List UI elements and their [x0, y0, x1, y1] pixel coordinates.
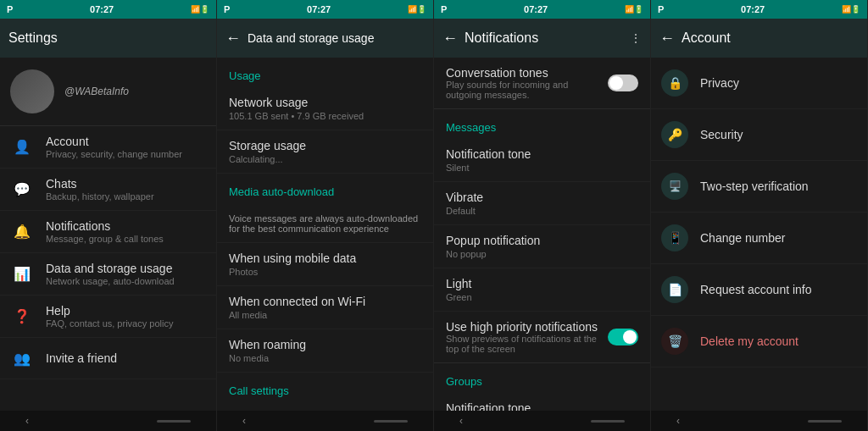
mobile-data-sub: Photos	[229, 267, 421, 277]
back-btn-3[interactable]: ‹	[459, 415, 463, 427]
request-info-icon: 📄	[661, 276, 688, 303]
account-subtitle: Privacy, security, change number	[46, 149, 206, 159]
wifi-sub: All media	[229, 310, 421, 320]
conv-tones-sub: Play sounds for incoming and outgoing me…	[446, 80, 601, 100]
data-storage-panel: P 07:27 📶🔋 ← Data and storage usage Usag…	[217, 0, 434, 431]
two-step-item[interactable]: 🖥️ Two-step verification	[651, 161, 867, 213]
status-bar-1: P 07:27 📶🔋	[0, 0, 216, 19]
nav-bar-4: ‹	[651, 411, 867, 431]
wifi-item[interactable]: When connected on Wi-Fi All media	[217, 286, 433, 329]
status-icons-4: 📶🔋	[842, 5, 860, 14]
popup-item[interactable]: Popup notification No popup	[434, 225, 650, 268]
high-priority-switch[interactable]	[608, 329, 638, 345]
media-desc-text: Voice messages are always auto-downloade…	[229, 213, 421, 234]
request-info-label: Request account info	[700, 283, 812, 296]
two-step-icon: 🖥️	[661, 173, 688, 200]
storage-usage-item[interactable]: Storage usage Calculating...	[217, 130, 433, 174]
groups-header: Groups	[434, 363, 650, 393]
sidebar-item-notifications[interactable]: 🔔 Notifications Message, group & call to…	[0, 211, 216, 253]
more-icon[interactable]: ⋮	[630, 31, 642, 45]
data-icon: 📊	[10, 262, 34, 286]
notifications-icon: 🔔	[10, 220, 34, 244]
account-title: Account	[46, 135, 206, 148]
back-arrow-2[interactable]: ←	[225, 30, 241, 47]
network-usage-sub: 105.1 GB sent • 7.9 GB received	[229, 111, 421, 121]
security-item[interactable]: 🔑 Security	[651, 109, 867, 161]
nav-bar-3: ‹	[434, 411, 650, 431]
conv-tones-title: Conversation tones	[446, 66, 601, 80]
groups-tone-item[interactable]: Notification tone Silent	[434, 393, 650, 411]
vibrate-sub: Default	[446, 206, 638, 216]
data-subtitle: Network usage, auto-download	[46, 276, 206, 286]
conv-tones-info: Conversation tones Play sounds for incom…	[446, 66, 601, 100]
chats-icon: 💬	[10, 178, 34, 202]
light-sub: Green	[446, 292, 638, 302]
delete-account-item[interactable]: 🗑️ Delete my account	[651, 316, 867, 367]
notif-tone-title: Notification tone	[446, 147, 638, 161]
nav-indicator-2	[374, 420, 408, 423]
status-icons-2: 📶🔋	[408, 5, 426, 14]
low-data-toggle-item[interactable]: Low data usage Reduce the data used in a…	[217, 402, 433, 411]
privacy-icon: 🔒	[661, 69, 688, 97]
status-icons-1: 📶🔋	[191, 5, 209, 14]
invite-title: Invite a friend	[46, 351, 206, 365]
sidebar-item-account[interactable]: 👤 Account Privacy, security, change numb…	[0, 126, 216, 169]
toolbar-4: ← Account	[651, 19, 867, 58]
back-btn-1[interactable]: ‹	[25, 415, 29, 427]
mobile-data-item[interactable]: When using mobile data Photos	[217, 243, 433, 286]
roaming-item[interactable]: When roaming No media	[217, 329, 433, 373]
chats-title: Chats	[46, 177, 206, 191]
wifi-title: When connected on Wi-Fi	[229, 295, 421, 308]
data-title: Data and storage usage	[46, 262, 206, 275]
conv-tones-switch[interactable]	[608, 75, 638, 91]
vibrate-item[interactable]: Vibrate Default	[434, 182, 650, 225]
request-info-item[interactable]: 📄 Request account info	[651, 264, 867, 316]
account-text: Account Privacy, security, change number	[46, 135, 206, 159]
network-usage-title: Network usage	[229, 96, 421, 109]
groups-tone-title: Notification tone	[446, 401, 638, 411]
network-usage-item[interactable]: Network usage 105.1 GB sent • 7.9 GB rec…	[217, 87, 433, 130]
page-title-1: Settings	[8, 30, 58, 46]
roaming-sub: No media	[229, 353, 421, 363]
settings-panel: P 07:27 📶🔋 Settings @WABetaInfo 👤 Accoun…	[0, 0, 217, 431]
app-icon-4: P	[658, 4, 664, 14]
help-title: Help	[46, 304, 206, 318]
sidebar-item-invite[interactable]: 👥 Invite a friend	[0, 338, 216, 379]
notif-tone-item[interactable]: Notification tone Silent	[434, 139, 650, 182]
change-number-item[interactable]: 📱 Change number	[651, 213, 867, 264]
notifications-panel: P 07:27 📶🔋 ← Notifications ⋮ Conversatio…	[434, 0, 651, 431]
notifications-subtitle: Message, group & call tones	[46, 234, 206, 244]
page-title-3: Notifications	[465, 30, 538, 46]
vibrate-title: Vibrate	[446, 191, 638, 204]
toolbar-3: ← Notifications ⋮	[434, 19, 650, 58]
toolbar-1: Settings	[0, 19, 216, 58]
change-number-label: Change number	[700, 231, 785, 245]
sidebar-item-help[interactable]: ❓ Help FAQ, contact us, privacy policy	[0, 296, 216, 338]
back-btn-2[interactable]: ‹	[242, 415, 246, 427]
change-number-icon: 📱	[661, 224, 688, 251]
help-icon: ❓	[10, 305, 34, 329]
light-item[interactable]: Light Green	[434, 268, 650, 312]
back-arrow-3[interactable]: ←	[442, 30, 458, 47]
time-1: 07:27	[90, 4, 114, 14]
sidebar-item-data[interactable]: 📊 Data and storage usage Network usage, …	[0, 253, 216, 296]
account-panel: P 07:27 📶🔋 ← Account 🔒 Privacy 🔑 Securit…	[651, 0, 868, 431]
delete-label: Delete my account	[700, 334, 798, 348]
high-priority-info: Use high priority notifications Show pre…	[446, 320, 601, 354]
sidebar-item-chats[interactable]: 💬 Chats Backup, history, wallpaper	[0, 169, 216, 211]
nav-indicator-4	[808, 420, 842, 423]
profile-section[interactable]: @WABetaInfo	[0, 58, 216, 126]
nav-bar-1: ‹	[0, 411, 216, 431]
back-btn-4[interactable]: ‹	[676, 415, 680, 427]
privacy-item[interactable]: 🔒 Privacy	[651, 58, 867, 109]
popup-title: Popup notification	[446, 234, 638, 247]
app-icon-3: P	[441, 4, 447, 14]
usage-header: Usage	[217, 58, 433, 87]
conversation-tones-item[interactable]: Conversation tones Play sounds for incom…	[434, 58, 650, 108]
mobile-data-title: When using mobile data	[229, 251, 421, 265]
nav-indicator-3	[591, 420, 625, 423]
popup-sub: No popup	[446, 249, 638, 259]
back-arrow-4[interactable]: ←	[659, 30, 675, 47]
help-text: Help FAQ, contact us, privacy policy	[46, 304, 206, 329]
high-priority-item[interactable]: Use high priority notifications Show pre…	[434, 312, 650, 362]
